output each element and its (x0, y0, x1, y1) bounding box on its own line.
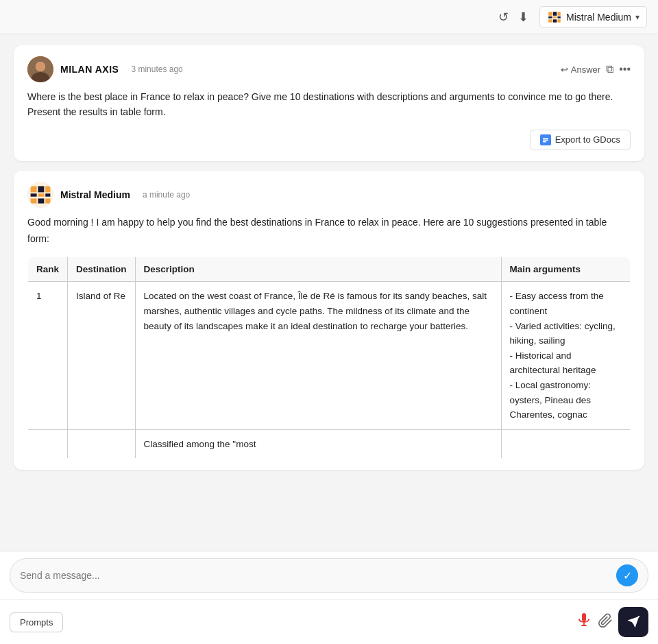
ai-name: Mistral Medium (60, 189, 130, 200)
svg-point-13 (36, 62, 45, 71)
user-header-left: MILAN AXIS 3 minutes ago (27, 56, 183, 82)
user-message-header: MILAN AXIS 3 minutes ago ↩ Answer ⧉ ••• (27, 56, 631, 82)
top-bar-icons: ↺ ⬇ (498, 10, 528, 25)
svg-rect-17 (543, 141, 546, 143)
export-gdocs-button[interactable]: Export to GDocs (530, 130, 631, 150)
ai-avatar (27, 182, 53, 208)
svg-rect-26 (38, 198, 44, 203)
svg-rect-9 (557, 19, 560, 22)
avatar (27, 56, 53, 82)
reply-icon: ↩ (561, 64, 568, 75)
svg-rect-21 (45, 186, 50, 192)
col-rank: Rank (28, 257, 68, 282)
ai-message-header: Mistral Medium a minute ago (27, 182, 631, 208)
export-btn-container: Export to GDocs (27, 130, 631, 150)
svg-rect-28 (582, 613, 586, 621)
table-header-row: Rank Destination Description Main argume… (28, 257, 631, 282)
col-destination: Destination (68, 257, 136, 282)
svg-rect-6 (557, 16, 560, 18)
col-description: Description (135, 257, 501, 282)
ai-intro-text: Good morning ! I am happy to help you fi… (27, 215, 631, 248)
svg-rect-5 (553, 16, 557, 18)
user-name: MILAN AXIS (60, 64, 119, 75)
cell-arguments-2 (501, 429, 630, 459)
ai-message-card: Mistral Medium a minute ago Good morning… (14, 171, 644, 470)
cell-rank-2 (28, 429, 68, 459)
table-row: 1 Island of Re Located on the west coast… (28, 282, 631, 429)
download-icon[interactable]: ⬇ (518, 10, 528, 25)
col-main-arguments: Main arguments (501, 257, 630, 282)
message-input[interactable] (20, 570, 611, 581)
svg-rect-22 (31, 193, 37, 197)
svg-rect-25 (31, 198, 37, 203)
svg-rect-23 (38, 193, 44, 197)
svg-rect-2 (553, 12, 557, 16)
svg-rect-24 (45, 193, 50, 197)
svg-rect-7 (548, 19, 552, 22)
svg-rect-27 (45, 198, 50, 203)
send-button[interactable] (618, 607, 648, 637)
svg-rect-16 (543, 139, 548, 141)
copy-button[interactable]: ⧉ (606, 63, 613, 75)
microphone-button[interactable] (576, 612, 592, 632)
cell-destination-1: Island of Re (68, 282, 136, 429)
svg-rect-19 (31, 186, 37, 192)
paperclip-icon (598, 613, 613, 628)
user-timestamp: 3 minutes ago (131, 64, 182, 74)
messages-container: MILAN AXIS 3 minutes ago ↩ Answer ⧉ ••• … (0, 34, 658, 490)
send-icon (626, 615, 640, 629)
cell-description-2: Classified among the "most (135, 429, 501, 459)
user-message-text: Where is the best place in France to rel… (27, 89, 631, 120)
model-selector[interactable]: Mistral Medium ▾ (539, 6, 647, 28)
prompts-button[interactable]: Prompts (10, 612, 63, 632)
svg-rect-15 (543, 138, 548, 139)
send-confirm-button[interactable]: ✓ (616, 564, 638, 586)
svg-rect-4 (548, 16, 552, 18)
cell-destination-2 (68, 429, 136, 459)
svg-rect-1 (548, 12, 552, 16)
top-bar: ↺ ⬇ Mistral Medium ▾ (0, 0, 658, 34)
export-label: Export to GDocs (555, 134, 620, 145)
svg-marker-32 (628, 617, 639, 628)
chat-area[interactable]: MILAN AXIS 3 minutes ago ↩ Answer ⧉ ••• … (0, 34, 658, 551)
input-row: ✓ (10, 558, 648, 593)
gdocs-icon (540, 134, 551, 145)
message-actions: ↩ Answer ⧉ ••• (561, 63, 631, 75)
user-message-card: MILAN AXIS 3 minutes ago ↩ Answer ⧉ ••• … (14, 45, 644, 161)
table-row: Classified among the "most (28, 429, 631, 459)
mistral-logo-icon (547, 10, 562, 25)
more-button[interactable]: ••• (619, 63, 631, 75)
cell-description-1: Located on the west coast of France, Île… (135, 282, 501, 429)
svg-rect-8 (553, 19, 557, 22)
svg-rect-3 (557, 12, 560, 16)
chevron-down-icon: ▾ (635, 12, 639, 22)
attach-button[interactable] (598, 613, 613, 632)
checkmark-icon: ✓ (623, 569, 632, 582)
answer-button[interactable]: ↩ Answer (561, 64, 600, 75)
cell-arguments-1: - Easy access from the continent - Varie… (501, 282, 630, 429)
refresh-icon[interactable]: ↺ (498, 10, 509, 25)
bottom-icons (576, 607, 648, 637)
ai-header-left: Mistral Medium a minute ago (27, 182, 190, 208)
model-name-label: Mistral Medium (566, 12, 631, 23)
microphone-icon (576, 612, 592, 628)
cell-rank-1: 1 (28, 282, 68, 429)
ai-timestamp: a minute ago (143, 190, 190, 200)
svg-rect-20 (38, 186, 44, 192)
input-area: ✓ (0, 551, 658, 599)
response-table: Rank Destination Description Main argume… (27, 257, 631, 459)
bottom-bar: Prompts (0, 599, 658, 644)
